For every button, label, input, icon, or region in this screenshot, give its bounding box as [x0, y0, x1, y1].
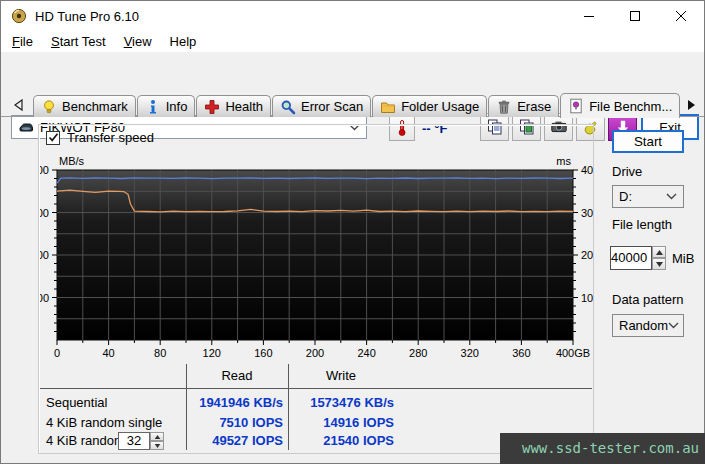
svg-text:20: 20	[581, 249, 593, 261]
svg-text:2000: 2000	[40, 164, 49, 176]
spin-up-button[interactable]	[150, 432, 164, 441]
svg-text:40: 40	[581, 164, 593, 176]
tab-error-scan[interactable]: Error Scan	[272, 95, 371, 117]
chart-gridlines	[57, 170, 573, 340]
close-button[interactable]	[658, 1, 704, 30]
sequential-read-value: 1941946 KB/s	[188, 394, 283, 412]
file-length-input[interactable]: 40000	[610, 246, 652, 270]
svg-text:200: 200	[306, 347, 324, 359]
column-header-read: Read	[186, 368, 288, 384]
file-length-unit: MiB	[672, 251, 694, 266]
svg-text:80: 80	[154, 347, 166, 359]
tab-health[interactable]: Health	[196, 95, 271, 117]
tab-benchmark[interactable]: Benchmark	[33, 95, 136, 117]
queue-depth-input[interactable]: 32	[118, 432, 150, 450]
svg-text:10: 10	[581, 292, 593, 304]
menu-item-file[interactable]: File	[3, 31, 42, 52]
tab-erase[interactable]: Erase	[488, 95, 559, 117]
tab-folder-usage[interactable]: Folder Usage	[372, 95, 487, 117]
data-pattern-value: Random	[619, 318, 668, 333]
app-window: HD Tune Pro 6.10 FileStart TestViewHelp …	[0, 0, 705, 464]
transfer-speed-label: Transfer speed	[67, 130, 154, 145]
minimize-button[interactable]	[566, 1, 612, 30]
watermark: www.ssd-tester.com.au	[500, 433, 705, 464]
svg-text:160: 160	[254, 347, 272, 359]
random-single-write-value: 14916 IOPS	[290, 414, 394, 432]
table-row-sequential: Sequential1941946 KB/s1573476 KB/s	[38, 394, 594, 412]
svg-text:1500: 1500	[40, 207, 49, 219]
drive-label: Drive	[612, 164, 642, 179]
file-length-spinner	[652, 246, 666, 270]
chevron-down-icon	[668, 322, 679, 329]
erase-icon	[496, 99, 512, 115]
menu-item-help[interactable]: Help	[161, 31, 206, 52]
spin-up-button[interactable]	[652, 246, 666, 258]
random-single-label: 4 KiB random single	[46, 414, 162, 432]
tab-info[interactable]: Info	[137, 95, 196, 117]
table-row-random-single: 4 KiB random single7510 IOPS14916 IOPS	[38, 414, 594, 432]
svg-text:240: 240	[357, 347, 375, 359]
random-multi-write-value: 21540 IOPS	[290, 432, 394, 450]
svg-text:500: 500	[40, 292, 49, 304]
tab-file-benchm[interactable]: File Benchm...	[560, 93, 680, 118]
title-bar: HD Tune Pro 6.10	[1, 1, 704, 30]
svg-text:280: 280	[409, 347, 427, 359]
svg-text:30: 30	[581, 207, 593, 219]
data-pattern-label: Data pattern	[612, 292, 684, 307]
chevron-down-icon	[666, 193, 677, 200]
random-single-read-value: 7510 IOPS	[188, 414, 283, 432]
sequential-write-value: 1573476 KB/s	[290, 394, 394, 412]
target-drive-select[interactable]: D:	[612, 185, 684, 208]
svg-text:0: 0	[54, 347, 60, 359]
menu-bar: FileStart TestViewHelp	[1, 30, 704, 52]
window-title: HD Tune Pro 6.10	[35, 9, 139, 24]
menu-item-start-test[interactable]: Start Test	[42, 31, 115, 52]
scan-icon	[280, 99, 296, 115]
transfer-speed-option: Transfer speed	[46, 130, 154, 145]
transfer-speed-chart: 04080120160200240280320360400GB500100015…	[40, 152, 600, 364]
tab-bar: BenchmarkInfoHealthError ScanFolder Usag…	[1, 93, 704, 117]
app-icon	[11, 8, 27, 24]
maximize-button[interactable]	[612, 1, 658, 30]
file-length-label: File length	[612, 217, 672, 232]
queue-depth-spinner	[150, 432, 164, 450]
svg-text:40: 40	[102, 347, 114, 359]
folder-icon	[380, 99, 396, 115]
sequential-label: Sequential	[46, 394, 107, 412]
random-multi-read-value: 49527 IOPS	[188, 432, 283, 450]
svg-text:360: 360	[512, 347, 530, 359]
svg-text:ms: ms	[556, 155, 571, 167]
start-button[interactable]: Start	[612, 130, 684, 153]
info-icon	[145, 99, 161, 115]
file-benchmark-icon	[568, 98, 584, 114]
target-drive-value: D:	[619, 189, 632, 204]
table-header-rule	[40, 388, 592, 389]
tabs: BenchmarkInfoHealthError ScanFolder Usag…	[33, 93, 680, 117]
disk-icon	[18, 119, 34, 135]
transfer-speed-checkbox[interactable]	[46, 131, 60, 145]
spin-down-button[interactable]	[150, 441, 164, 450]
column-header-write: Write	[288, 368, 394, 384]
health-icon	[204, 99, 220, 115]
bulb-icon	[41, 99, 57, 115]
tab-scroll-left-button[interactable]	[11, 97, 27, 113]
svg-text:MB/s: MB/s	[59, 155, 85, 167]
toolbar: FIKWOT FP80 -- °F Exit	[1, 52, 704, 93]
data-pattern-select[interactable]: Random	[612, 314, 684, 337]
spin-down-button[interactable]	[652, 258, 666, 270]
svg-text:320: 320	[461, 347, 479, 359]
svg-text:400GB: 400GB	[556, 347, 590, 359]
svg-text:120: 120	[203, 347, 221, 359]
svg-text:1000: 1000	[40, 249, 49, 261]
tab-scroll-right-button[interactable]	[683, 97, 699, 113]
menu-item-view[interactable]: View	[115, 31, 161, 52]
